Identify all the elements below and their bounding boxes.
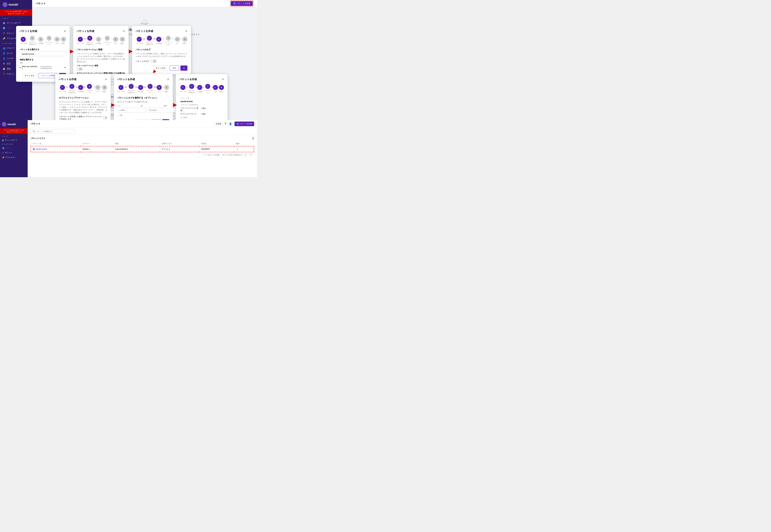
modal2-close-button[interactable]: ✕ <box>123 29 125 33</box>
page-title: バケット <box>36 2 46 5</box>
modal1-close-button[interactable]: ✕ <box>64 29 66 33</box>
m5-step-3: ✓ ログ保存 <box>138 85 143 93</box>
summary-bucket-name-key: バケット名 <box>179 96 200 100</box>
modal5-header: バケットを作成 ✕ <box>117 78 169 81</box>
tag-key-input[interactable] <box>117 108 146 112</box>
sidebar-logo: 🌿 wasabi <box>0 0 32 9</box>
bottom-search-input[interactable] <box>36 130 73 132</box>
bucket-name-link[interactable]: 🪣 wasabi-bucket <box>33 148 79 150</box>
bottom-help-icon[interactable]: ? <box>225 122 226 125</box>
m4-step-5-circle: 5 <box>95 85 100 90</box>
m5-step-5-circle: 5 <box>157 85 162 90</box>
modal3-footer: キャンセル 戻る 次 <box>136 65 187 71</box>
step-2-circle: 2 <box>30 36 35 41</box>
m4-step-6-label: 見直し <box>102 91 107 93</box>
create-bucket-button-top[interactable]: 🪣 バケットを作成 <box>231 1 253 6</box>
bucket-created-cell: 2024/09/27 <box>199 146 234 152</box>
m3-step-3-label: ログ保存 <box>156 42 162 44</box>
m3-step-4-circle: 4 <box>166 36 171 41</box>
m6-step-2: ✓ プロパティを設定する <box>188 84 196 94</box>
modal6-close-button[interactable]: ✕ <box>222 78 224 81</box>
bottom-sidebar: 🌿 wasabi トライアルは20日で終了します 今すぐアップグレード メニュー… <box>0 120 28 177</box>
tag-tool-minus[interactable]: － <box>117 114 119 116</box>
bottom-create-bucket-button[interactable]: 🪣 バケットを作成 <box>235 122 254 126</box>
bottom-trial-banner: トライアルは20日で終了します 今すぐアップグレード <box>0 128 28 134</box>
m3-step-5: 5 タグ <box>175 37 180 44</box>
role-icon: 👤 <box>2 52 5 55</box>
trial-banner: トライアルは20日で終了します 今すぐアップグレード <box>0 9 32 16</box>
modal3-next-button[interactable]: 次 <box>180 65 187 71</box>
main-header: バケット 🪣 バケットを作成 <box>32 0 257 7</box>
m5-step-1: ✓ バケット名 <box>117 85 125 93</box>
bottom-bucket-label: バケット <box>5 147 12 149</box>
sidebar-item-label: ダッシュボード <box>7 22 21 24</box>
bottom-dashboard-label: ダッシュボード <box>5 139 17 141</box>
step-5-circle: 5 <box>55 37 60 42</box>
modal3-steps: ✓ バケット名 ✓ プロパティを設定する 3 ログ保存 4 レプリケーション 5… <box>136 36 187 45</box>
modal3-cancel-button[interactable]: キャンセル <box>153 65 168 71</box>
bucket-name-input[interactable] <box>20 52 66 56</box>
bucket-table-head: バケット名 オーナー 地域 公開アクセス 作成日 操作 <box>31 141 254 146</box>
region-status-dot <box>115 149 116 150</box>
sidebar-item-dashboard[interactable]: ▦ ダッシュボード <box>0 20 32 26</box>
bottom-sidebar-access-key[interactable]: 🔑 アクセスキー <box>0 155 28 160</box>
bottom-trial-link[interactable]: 今すぐアップグレード <box>1 131 26 133</box>
summary-properties-key: プロパティを設定する <box>179 103 200 107</box>
dashboard-icon: ▦ <box>2 22 5 24</box>
bottom-lang-selector[interactable]: 日本語 <box>214 122 223 126</box>
bucket-public-access-cell: デフォルト <box>160 146 199 152</box>
m2-step-6-circle: 6 <box>120 37 125 42</box>
region-dropdown-icon: ▼ <box>64 67 66 69</box>
next-page-button[interactable]: > <box>249 153 252 156</box>
modal1-cancel-button[interactable]: キャンセル <box>22 73 37 78</box>
m3-step-4: 4 レプリケーション <box>164 36 172 45</box>
modal3-close-button[interactable]: ✕ <box>185 29 187 33</box>
tag-value-input[interactable] <box>147 108 176 112</box>
bottom-sidebar-bucket[interactable]: 🪣 バケット <box>0 146 28 150</box>
log-toggle[interactable] <box>151 60 157 63</box>
bottom-sidebar-policy[interactable]: 🛡 ポリシー <box>0 150 28 155</box>
replication-toggle[interactable] <box>103 116 107 119</box>
bottom-header: バケット 日本語 ? 👤 🪣 バケットを作成 <box>28 120 257 128</box>
step-5: 5 タグ <box>55 37 60 44</box>
m5-step-5: 5 タグ <box>157 85 162 93</box>
m4-step-1: ✓ バケット名 <box>59 85 66 93</box>
region-value: Tokyo ap-northeast-1 <box>22 65 38 69</box>
region-group: 地域を選択する 地域 Tokyo ap-northeast-1 s3.ap-no… <box>20 58 66 70</box>
trial-link[interactable]: 今すぐアップグレード <box>2 13 30 15</box>
m4-step-4: 4 レプリケーション <box>85 84 93 94</box>
version-toggle[interactable] <box>77 68 82 70</box>
bucket-list-title: バケットリスト <box>31 137 46 140</box>
m5-step-1-circle: ✓ <box>119 85 124 90</box>
m3-step-1: ✓ バケット名 <box>136 37 143 44</box>
sidebar-item-label: サポート <box>7 73 15 75</box>
per-page-count: 10 <box>223 154 225 156</box>
sidebar-item-label: グループ <box>7 47 15 49</box>
sidebar-section-menu: メニュー <box>0 16 32 20</box>
m2-step-4-label: レプリケーション <box>103 41 111 45</box>
region-endpoint: s3.ap-northeast-1.wasabisys.com <box>40 66 63 69</box>
m2-step-2: 2 プロパティを設定する <box>86 36 94 45</box>
modal5-close-button[interactable]: ✕ <box>167 78 169 81</box>
prev-page-button[interactable]: < <box>244 153 247 156</box>
modal4-close-button[interactable]: ✕ <box>105 78 107 81</box>
modal3-section-title: バケットのログ <box>136 48 187 51</box>
list-view-icon[interactable]: ☰ <box>252 137 254 140</box>
m6-step-1: ✓ バケット名 <box>179 85 187 93</box>
modal1-steps: 1 バケット名 2 プロパティを設定する 3 ログ保存 4 レプリケーション 5… <box>20 36 66 45</box>
modal4-header: バケットを作成 ✕ <box>59 78 107 81</box>
m6-step-5: ✓ タグ <box>213 85 218 93</box>
bucket-table: バケット名 オーナー 地域 公開アクセス 作成日 操作 🪣 <box>31 141 254 152</box>
table-row: 🪣 wasabi-bucket toshiya.r... ap-northeas… <box>31 146 254 152</box>
bottom-trial-text: トライアルは20日で終了します <box>1 129 26 131</box>
step-1-circle: 1 <box>21 37 26 42</box>
m3-step-1-label: バケット名 <box>136 42 143 44</box>
modal1-create-button[interactable]: バケットを作成 <box>39 73 58 78</box>
bottom-sidebar-dashboard[interactable]: ▦ ダッシュボード <box>0 138 28 142</box>
bottom-user-avatar[interactable]: 👤 <box>228 122 233 126</box>
modal3-back-button[interactable]: 戻る <box>170 65 179 71</box>
access-key-icon: 🔑 <box>2 37 5 40</box>
bucket-actions-cell[interactable]: ⋮ <box>234 146 254 152</box>
bucket-region-cell: ap-northeast-1 <box>113 146 160 152</box>
m3-step-2: ✓ プロパティを設定する <box>145 36 153 45</box>
